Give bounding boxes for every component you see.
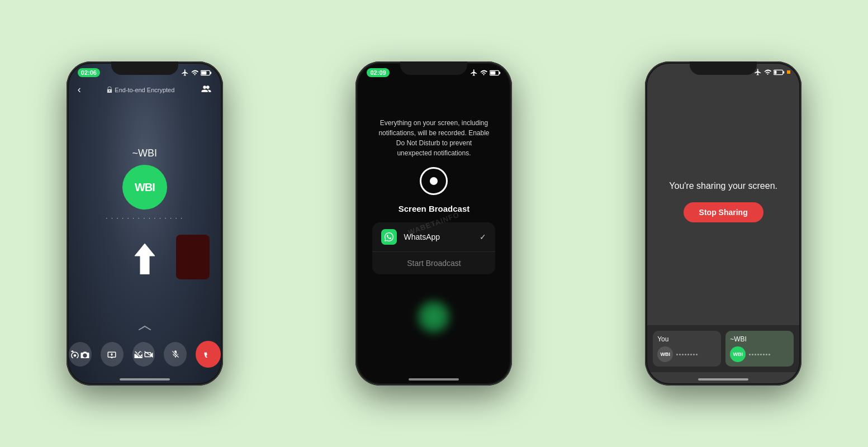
phone-2-screen: 02:09 Everything on your screen, includi… <box>358 64 510 383</box>
home-indicator-3 <box>647 372 799 383</box>
wifi-icon-3 <box>764 69 771 76</box>
svg-rect-7 <box>491 71 496 74</box>
call-header: ‹ End-to-end Encrypted <box>69 79 221 100</box>
notch-2 <box>400 61 467 75</box>
participant-avatar-row-wbi: WBI <box>730 346 789 362</box>
back-icon[interactable]: ‹ <box>78 84 81 96</box>
whatsapp-icon <box>381 229 397 245</box>
swipe-up-icon <box>136 324 153 332</box>
phone-3: You're sharing your screen. Stop Sharing… <box>645 61 801 386</box>
phone-1-screen: 02:06 ‹ End-t <box>69 64 221 383</box>
wifi-icon-2 <box>480 69 487 77</box>
broadcast-warning: Everything on your screen, including not… <box>378 118 490 158</box>
broadcast-record-icon <box>420 167 448 195</box>
airplane-icon-2 <box>470 69 478 77</box>
broadcast-option-box: WhatsApp ✓ Start Broadcast <box>372 222 495 274</box>
home-indicator-1 <box>69 372 221 383</box>
call-controls <box>69 334 221 372</box>
time-badge-2: 02:09 <box>367 68 389 77</box>
notch-3 <box>690 61 757 75</box>
participant-name-you: You <box>657 335 717 343</box>
caller-section: ~WBI WBI · · · · · · · · · · · · · · · <box>69 100 221 324</box>
mute-button[interactable] <box>164 342 187 367</box>
camera-button[interactable] <box>69 342 92 367</box>
caller-name: ~WBI <box>132 148 158 159</box>
phone-2: 02:09 Everything on your screen, includi… <box>355 61 512 386</box>
down-arrow-icon <box>134 244 156 274</box>
whatsapp-label: WhatsApp <box>404 232 473 241</box>
svg-rect-9 <box>783 71 785 73</box>
broadcast-content: Everything on your screen, including not… <box>358 79 510 372</box>
screen-share-icon <box>107 350 117 358</box>
end-call-button[interactable] <box>196 341 221 368</box>
end-call-icon <box>203 351 214 358</box>
add-participant-icon[interactable] <box>201 84 212 96</box>
dots-row: · · · · · · · · · · · · · · · <box>106 215 184 221</box>
airplane-icon <box>181 69 189 77</box>
whatsapp-broadcast-item[interactable]: WhatsApp ✓ <box>372 222 495 252</box>
video-off-icon <box>134 350 144 358</box>
time-badge-1: 02:06 <box>78 68 100 77</box>
participant-name-wbi: ~WBI <box>730 335 789 343</box>
encrypted-label: End-to-end Encrypted <box>107 87 174 93</box>
thumbnail-preview <box>176 235 210 279</box>
green-orb <box>417 300 450 334</box>
video-off-button[interactable] <box>132 342 155 367</box>
whatsapp-logo <box>385 232 393 241</box>
caller-avatar: WBI <box>122 165 167 210</box>
status-icons-1 <box>181 69 212 77</box>
status-icons-3 <box>754 68 790 76</box>
participant-tile-wbi: ~WBI WBI <box>725 331 794 367</box>
status-icons-2 <box>470 69 501 77</box>
svg-rect-6 <box>499 72 501 74</box>
participant-tile-you: You WBI <box>653 331 721 367</box>
record-dot <box>430 177 438 185</box>
screen-share-button[interactable] <box>101 342 124 367</box>
checkmark-icon: ✓ <box>480 232 486 241</box>
participant-avatar-wbi: WBI <box>730 346 746 362</box>
phone-3-screen: You're sharing your screen. Stop Sharing… <box>647 64 799 383</box>
battery-icon-2 <box>490 70 501 76</box>
svg-rect-10 <box>774 70 776 74</box>
participant-dots-wbi <box>749 354 770 355</box>
notch-1 <box>111 61 178 75</box>
camera-icon <box>70 350 80 358</box>
lock-icon <box>107 87 112 93</box>
svg-rect-1 <box>210 72 211 74</box>
participant-avatar-row-you: WBI <box>657 346 717 362</box>
phone-1: 02:06 ‹ End-t <box>67 61 223 386</box>
battery-icon <box>201 70 212 76</box>
start-broadcast-button[interactable]: Start Broadcast <box>372 252 495 274</box>
participant-dots-you <box>676 354 698 355</box>
svg-rect-2 <box>201 71 206 74</box>
battery-icon-3 <box>774 69 785 75</box>
stop-sharing-button[interactable]: Stop Sharing <box>684 202 763 222</box>
orange-dot <box>787 70 790 74</box>
sharing-main: You're sharing your screen. Stop Sharing <box>647 78 799 325</box>
svg-marker-3 <box>135 244 155 274</box>
wifi-icon <box>191 69 198 77</box>
participants-strip: You WBI <box>647 325 799 372</box>
sharing-text: You're sharing your screen. <box>669 181 777 191</box>
mic-off-icon <box>171 350 180 359</box>
home-indicator-2 <box>358 372 510 383</box>
arrow-down <box>134 244 156 277</box>
broadcast-title: Screen Broadcast <box>399 204 470 213</box>
participant-avatar-you: WBI <box>657 346 673 362</box>
